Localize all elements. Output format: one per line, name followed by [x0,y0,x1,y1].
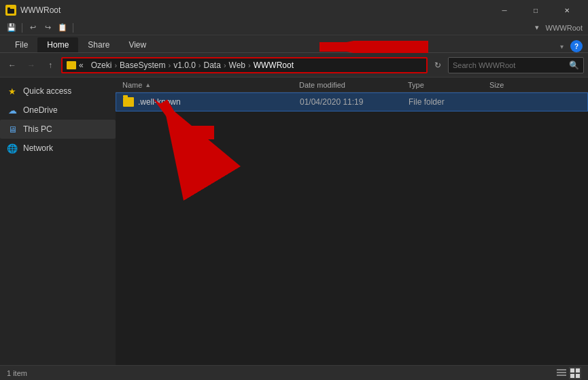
detail-view-button[interactable] [569,367,581,379]
column-size[interactable]: Size [489,81,544,89]
ribbon-collapse-button[interactable]: ▾ [555,40,568,52]
breadcrumb-sep-5: › [248,61,251,69]
column-date[interactable]: Date modified [299,81,408,89]
address-bar-row: ← → ↑ « Ozeki › BaseSystem › v1.0.0 › Da… [0,53,588,77]
breadcrumb-wwwroot[interactable]: WWWRoot [254,61,294,70]
qat-dropdown-button[interactable]: ▾ [531,22,543,34]
tab-file[interactable]: File [5,37,37,52]
title-bar-left: WWWRoot [5,5,60,16]
sidebar-label-onedrive: OneDrive [23,105,58,115]
breadcrumb-back: « [79,61,84,70]
file-list-header: Name ▲ Date modified Type Size [116,77,588,92]
status-bar: 1 item [0,365,588,380]
sidebar-item-quick-access[interactable]: ★ Quick access [0,82,116,101]
view-toggle [555,367,581,379]
breadcrumb-sep-3: › [198,61,201,69]
tab-share[interactable]: Share [78,37,119,52]
qat-save-button[interactable]: 💾 [5,22,18,34]
qat-right: ▾ WWWRoot [531,22,583,34]
search-button[interactable]: 🔍 [569,61,579,70]
maximize-button[interactable]: □ [520,0,551,20]
window-controls: ─ □ ✕ [489,0,583,20]
up-button[interactable]: ↑ [42,57,58,73]
qat-properties-button[interactable]: 📋 [56,22,69,34]
svg-rect-1 [7,7,10,10]
cloud-icon: ☁ [7,105,18,116]
qat-undo-button[interactable]: ↩ [27,22,39,34]
tab-home[interactable]: Home [37,37,78,52]
qat-separator-2 [73,23,73,33]
file-area: Name ▲ Date modified Type Size .well-kno… [116,77,588,365]
address-bar[interactable]: « Ozeki › BaseSystem › v1.0.0 › Data › W… [61,57,428,73]
minimize-button[interactable]: ─ [489,0,520,20]
svg-rect-4 [557,375,566,376]
svg-rect-7 [570,374,574,378]
main-layout: ★ Quick access ☁ OneDrive 🖥 This PC 🌐 Ne… [0,77,588,365]
status-text: 1 item [7,369,27,377]
svg-rect-0 [7,9,14,14]
breadcrumb-sep-1: › [114,61,117,69]
search-bar[interactable]: 🔍 [448,57,584,73]
svg-rect-3 [557,372,566,373]
sidebar-item-this-pc[interactable]: 🖥 This PC [0,120,116,139]
sort-arrow-name: ▲ [145,82,151,88]
breadcrumb-sep-2: › [168,61,171,69]
forward-button[interactable]: → [23,57,39,73]
qat-redo-button[interactable]: ↪ [41,22,54,34]
sidebar-label-quick-access: Quick access [23,86,71,96]
breadcrumb-data[interactable]: Data [204,61,221,70]
ribbon-tabs: File Home Share View ▾ ? [0,35,588,53]
address-folder-icon [67,61,76,69]
column-name[interactable]: Name ▲ [122,81,299,89]
refresh-button[interactable]: ↻ [430,58,445,73]
title-bar-folder-icon [5,5,16,16]
svg-rect-5 [570,368,574,373]
file-name: .well-known [138,97,181,107]
breadcrumb-web[interactable]: Web [229,61,245,70]
breadcrumb-sep-4: › [224,61,226,69]
breadcrumb-v100[interactable]: v1.0.0 [173,61,196,70]
list-view-button[interactable] [555,367,568,379]
title-bar: WWWRoot ─ □ ✕ [0,0,588,20]
file-type: File folder [409,97,490,107]
table-row[interactable]: .well-known 01/04/2020 11:19 File folder [116,92,588,111]
sidebar-label-network: Network [23,143,53,153]
quick-access-toolbar: 💾 ↩ ↪ 📋 ▾ WWWRoot [0,20,588,35]
sidebar-item-network[interactable]: 🌐 Network [0,139,116,158]
svg-rect-6 [576,368,580,373]
star-icon: ★ [7,86,18,97]
qat-separator [22,23,22,33]
sidebar-item-onedrive[interactable]: ☁ OneDrive [0,101,116,120]
back-button[interactable]: ← [4,57,20,73]
file-date: 01/04/2020 11:19 [300,97,409,107]
sidebar-label-this-pc: This PC [23,124,52,134]
search-input[interactable] [453,61,566,69]
folder-icon [123,97,134,107]
svg-rect-2 [557,369,566,370]
column-type[interactable]: Type [408,81,489,89]
network-icon: 🌐 [7,143,18,154]
breadcrumb-ozeki[interactable]: Ozeki [91,61,112,70]
tab-view[interactable]: View [119,37,156,52]
pc-icon: 🖥 [7,124,18,135]
svg-rect-8 [576,374,580,378]
help-button[interactable]: ? [570,40,583,52]
file-name-cell: .well-known [123,97,300,107]
window-title: WWWRoot [20,5,60,15]
breadcrumb-basesystem[interactable]: BaseSystem [120,61,165,70]
close-button[interactable]: ✕ [551,0,583,20]
qat-title-text: WWWRoot [546,24,583,32]
sidebar: ★ Quick access ☁ OneDrive 🖥 This PC 🌐 Ne… [0,77,116,365]
breadcrumb-sep-0 [86,61,88,69]
